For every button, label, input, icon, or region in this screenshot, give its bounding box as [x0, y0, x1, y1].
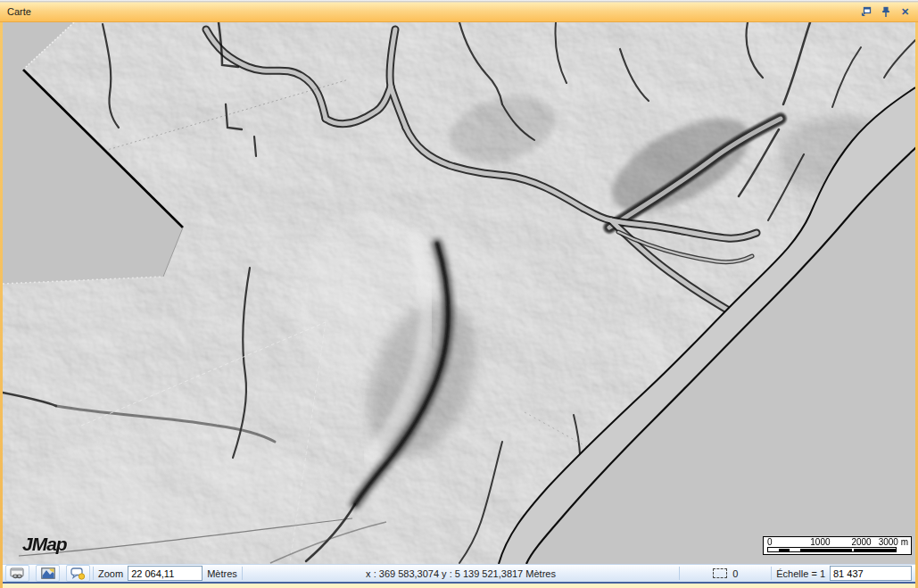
scale-section: Échelle = 1 — [772, 565, 915, 582]
scale-input[interactable] — [830, 566, 912, 581]
window-frame: JMap 0 1000 2000 3000 m — [0, 22, 918, 588]
panel-title-bar: Carte ✕ — [0, 0, 918, 22]
map-viewport[interactable]: JMap 0 1000 2000 3000 m — [3, 22, 915, 564]
link-view-button[interactable] — [5, 565, 29, 582]
tooltip-button[interactable] — [66, 565, 90, 582]
scale-bar-rule — [767, 547, 897, 552]
zoom-label: Zoom — [94, 568, 128, 579]
zoom-input[interactable] — [128, 566, 203, 581]
scale-label-2000: 2000 — [851, 537, 871, 547]
scale-bar: 0 1000 2000 3000 m — [763, 536, 912, 555]
panel-title: Carte — [7, 6, 31, 17]
scale-label-3000m: 3000 m — [879, 537, 908, 547]
window-bottom-strip — [3, 584, 915, 588]
map-panel-window: Carte ✕ — [0, 0, 918, 588]
selection-marquee-icon — [713, 568, 727, 578]
selection-section: 0 — [680, 565, 771, 582]
hillshade-map-canvas[interactable] — [3, 22, 915, 564]
pin-icon[interactable] — [880, 6, 891, 18]
units-label: Mètres — [203, 568, 242, 579]
scale-bar-labels: 0 1000 2000 3000 m — [766, 537, 908, 547]
selection-count: 0 — [732, 568, 738, 579]
status-bar: Zoom Mètres x : 369 583,3074 y : 5 139 5… — [3, 564, 915, 584]
zoom-section: Zoom Mètres — [94, 565, 242, 582]
status-tools — [3, 565, 93, 582]
title-bar-buttons: ✕ — [860, 6, 911, 18]
jmap-watermark: JMap — [22, 534, 67, 555]
scale-label: Échelle = 1 — [772, 568, 830, 579]
scale-label-1000: 1000 — [810, 537, 830, 547]
float-window-icon[interactable] — [860, 6, 872, 18]
cursor-coordinates: x : 369 583,3074 y : 5 139 521,3817 Mètr… — [243, 565, 680, 582]
close-icon[interactable]: ✕ — [899, 6, 911, 18]
scale-label-0: 0 — [767, 537, 773, 547]
overview-map-button[interactable] — [36, 565, 60, 582]
